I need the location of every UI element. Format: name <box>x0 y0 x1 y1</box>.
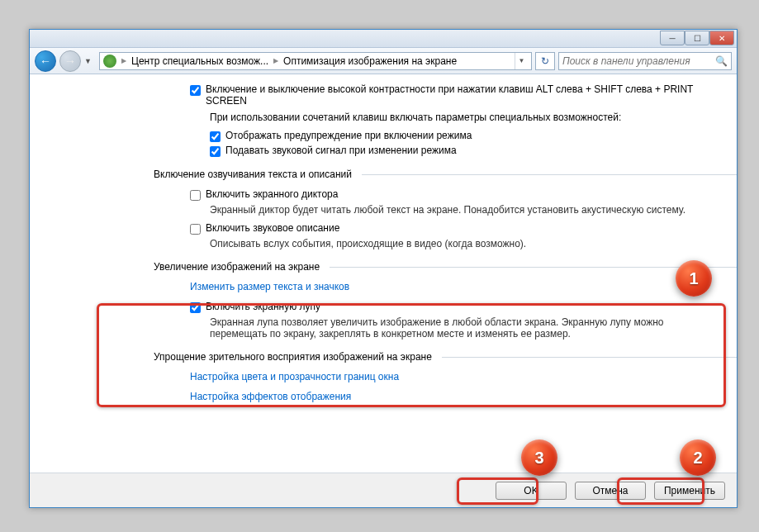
dialog-footer: OK Отмена Применить <box>30 473 737 507</box>
section-title: Упрощение зрительного восприятия изображ… <box>154 351 432 363</box>
checkbox-high-contrast[interactable] <box>190 85 201 96</box>
checkbox-label: Включить экранную лупу <box>206 301 320 312</box>
checkbox-label: Подавать звуковой сигнал при изменении р… <box>225 145 457 156</box>
checkbox-narrator[interactable] <box>190 190 201 201</box>
apply-button[interactable]: Применить <box>654 482 725 500</box>
section-title: Включение озвучивания текста и описаний <box>154 169 352 180</box>
breadcrumb-sep-icon: ▶ <box>273 57 278 64</box>
control-panel-window: ─ ☐ ✕ ← → ▼ ▶ Центр специальных возмож..… <box>29 29 738 508</box>
section-magnify: Увеличение изображений на экране <box>154 261 737 273</box>
forward-button[interactable]: → <box>59 50 81 72</box>
cancel-button[interactable]: Отмена <box>575 482 646 500</box>
breadcrumb-segment[interactable]: Оптимизация изображения на экране <box>283 55 457 67</box>
breadcrumb-sep-icon: ▶ <box>121 57 126 64</box>
checkbox-sound-signal[interactable] <box>210 146 221 157</box>
nav-history-dropdown[interactable]: ▼ <box>84 57 96 65</box>
checkbox-label: Отображать предупреждение при включении … <box>225 130 472 141</box>
audio-desc-description: Описывать вслух события, происходящие в … <box>210 238 722 249</box>
section-visual: Упрощение зрительного восприятия изображ… <box>154 351 737 363</box>
checkbox-label: Включение и выключение высокой контрастн… <box>206 83 734 107</box>
section-divider <box>330 267 737 268</box>
checkbox-label: Включить звуковое описание <box>206 222 339 234</box>
breadcrumb-segment[interactable]: Центр специальных возмож... <box>131 55 268 67</box>
section-divider <box>442 357 737 358</box>
section-divider <box>362 174 737 175</box>
titlebar: ─ ☐ ✕ <box>30 30 737 48</box>
section-title: Увеличение изображений на экране <box>154 261 320 273</box>
link-display-effects[interactable]: Настройка эффектов отображения <box>190 391 351 402</box>
checkbox-audio-description[interactable] <box>190 224 201 235</box>
address-bar[interactable]: ▶ Центр специальных возмож... ▶ Оптимиза… <box>99 52 532 70</box>
minimize-button[interactable]: ─ <box>660 31 685 45</box>
search-icon[interactable]: 🔍 <box>715 55 728 67</box>
magnifier-description: Экранная лупа позволяет увеличить изобра… <box>210 316 722 340</box>
link-resize-text-icons[interactable]: Изменить размер текста и значков <box>190 281 349 292</box>
link-color-transparency[interactable]: Настройка цвета и прозрачности границ ок… <box>190 371 399 382</box>
search-input[interactable] <box>562 55 712 67</box>
close-button[interactable]: ✕ <box>709 31 734 45</box>
section-narration: Включение озвучивания текста и описаний <box>154 169 737 180</box>
scroll-pane[interactable]: Включение и выключение высокой контрастн… <box>30 74 737 473</box>
search-box[interactable]: 🔍 <box>558 52 732 70</box>
address-dropdown[interactable]: ▼ <box>515 53 528 69</box>
content-area: Включение и выключение высокой контрастн… <box>30 74 737 507</box>
back-button[interactable]: ← <box>35 50 56 72</box>
narrator-description: Экранный диктор будет читать любой текст… <box>210 204 722 216</box>
control-panel-icon <box>103 55 116 68</box>
checkbox-magnifier[interactable] <box>190 302 201 313</box>
shortcut-note: При использовании сочетаний клавиш включ… <box>210 112 722 123</box>
checkbox-label: Включить экранного диктора <box>206 188 338 200</box>
checkbox-show-warning[interactable] <box>210 131 221 142</box>
navigation-bar: ← → ▼ ▶ Центр специальных возмож... ▶ Оп… <box>30 48 737 74</box>
ok-button[interactable]: OK <box>496 482 567 500</box>
refresh-button[interactable]: ↻ <box>535 52 555 70</box>
maximize-button[interactable]: ☐ <box>685 31 709 45</box>
